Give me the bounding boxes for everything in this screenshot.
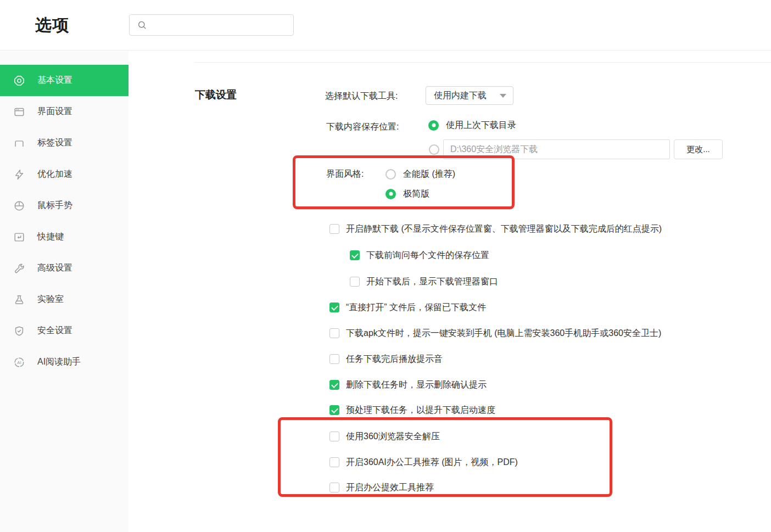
checkbox-delete-confirm[interactable]: 删除下载任务时，显示删除确认提示	[329, 379, 487, 391]
lightning-icon	[13, 169, 25, 181]
sidebar-item-optimize[interactable]: 优化加速	[0, 159, 128, 190]
sidebar-item-label: 优化加速	[37, 169, 72, 180]
checkbox-silent-download[interactable]: 开启静默下载 (不显示文件保存位置窗、下载管理器窗以及下载完成后的红点提示)	[329, 223, 662, 235]
sidebar-item-lab[interactable]: 实验室	[0, 284, 128, 315]
search-box[interactable]	[129, 14, 294, 36]
sidebar-item-shortcuts[interactable]: 快捷键	[0, 221, 128, 253]
page-title: 选项	[35, 14, 69, 37]
sidebar-item-security[interactable]: 安全设置	[0, 315, 128, 346]
checkbox-label: 开启360AI办公工具推荐 (图片，视频，PDF)	[346, 456, 518, 468]
checkbox-label: “直接打开” 文件后，保留已下载文件	[346, 301, 486, 313]
flask-icon	[13, 294, 25, 306]
checkbox-label: 开始下载后，显示下载管理器窗口	[366, 276, 498, 288]
save-location-label: 下载内容保存位置:	[326, 121, 399, 133]
chevron-down-icon	[500, 94, 506, 98]
radio-option-minimal-version[interactable]: 极简版	[386, 188, 429, 200]
window-icon	[13, 106, 25, 118]
radio-label: 全能版 (推荐)	[403, 168, 455, 180]
checkbox-label: 预处理下载任务，以提升下载启动速度	[346, 404, 495, 416]
checkbox-keep-opened-files[interactable]: “直接打开” 文件后，保留已下载文件	[329, 301, 486, 313]
tab-icon	[13, 137, 25, 149]
checkbox[interactable]	[329, 303, 339, 312]
checkbox-label: 下载apk文件时，提示一键安装到手机 (电脑上需安装360手机助手或360安全卫…	[346, 327, 661, 339]
sidebar-item-ai-reader[interactable]: AI AI阅读助手	[0, 346, 128, 378]
sidebar-item-ui-settings[interactable]: 界面设置	[0, 96, 128, 127]
sidebar-item-label: 基本设置	[37, 75, 72, 86]
checkbox-label: 开启办公提效工具推荐	[346, 481, 434, 494]
sidebar-item-label: 界面设置	[37, 106, 72, 117]
radio-button[interactable]	[429, 144, 439, 155]
ui-style-label: 界面风格:	[326, 168, 364, 180]
checkbox[interactable]	[329, 354, 339, 364]
checkbox[interactable]	[350, 250, 360, 260]
svg-text:AI: AI	[17, 360, 21, 365]
radio-option-full-version[interactable]: 全能版 (推荐)	[386, 168, 455, 180]
sidebar-item-mouse-gesture[interactable]: 鼠标手势	[0, 190, 128, 221]
change-path-button[interactable]: 更改...	[674, 139, 723, 159]
ai-icon: AI	[13, 356, 25, 368]
default-tool-label: 选择默认下载工具:	[325, 90, 398, 102]
radio-button[interactable]	[386, 189, 396, 199]
sidebar-item-advanced[interactable]: 高级设置	[0, 253, 128, 284]
mouse-icon	[13, 200, 25, 212]
section-title-download-settings: 下载设置	[195, 88, 237, 102]
sidebar-item-label: 快捷键	[37, 231, 64, 243]
checkbox-safe-unzip[interactable]: 使用360浏览器安全解压	[329, 430, 440, 443]
radio-option-last-dir[interactable]: 使用上次下载目录	[428, 119, 516, 131]
default-tool-dropdown[interactable]: 使用内建下载	[426, 86, 513, 105]
checkbox-label: 使用360浏览器安全解压	[346, 430, 440, 443]
checkbox[interactable]	[329, 380, 339, 390]
sidebar-item-basic-settings[interactable]: 基本设置	[0, 65, 128, 96]
checkbox-ask-save-location[interactable]: 下载前询问每个文件的保存位置	[350, 249, 489, 261]
radio-button[interactable]	[428, 120, 439, 131]
header: 选项	[0, 0, 771, 51]
dropdown-selected-value: 使用内建下载	[434, 90, 500, 102]
checkbox-show-manager-after-start[interactable]: 开始下载后，显示下载管理器窗口	[350, 276, 498, 288]
sidebar-item-label: 高级设置	[37, 262, 72, 274]
wrench-icon	[13, 262, 25, 275]
shield-icon	[13, 325, 25, 337]
checkbox-label: 任务下载完后播放提示音	[346, 353, 443, 365]
radio-label: 极简版	[403, 188, 429, 200]
checkbox[interactable]	[329, 328, 339, 338]
checkbox-preprocess-tasks[interactable]: 预处理下载任务，以提升下载启动速度	[329, 404, 495, 416]
annotation-box-ui-style	[293, 155, 515, 209]
options-page: 选项 基本设置 界面设置 标签设置	[0, 0, 771, 532]
checkbox-apk-install-prompt[interactable]: 下载apk文件时，提示一键安装到手机 (电脑上需安装360手机助手或360安全卫…	[329, 327, 661, 339]
checkbox[interactable]	[329, 432, 339, 441]
radio-label: 使用上次下载目录	[446, 119, 516, 131]
checkbox[interactable]	[329, 457, 339, 467]
sidebar-item-label: AI阅读助手	[37, 356, 81, 368]
sidebar-item-label: 实验室	[37, 294, 64, 305]
checkbox[interactable]	[329, 405, 339, 415]
checkbox-ai-office-tools[interactable]: 开启360AI办公工具推荐 (图片，视频，PDF)	[329, 456, 518, 468]
content-divider	[194, 62, 771, 63]
sidebar-item-label: 安全设置	[37, 325, 72, 337]
checkbox[interactable]	[329, 483, 339, 492]
settings-icon	[13, 75, 25, 87]
sidebar-item-tab-settings[interactable]: 标签设置	[0, 127, 128, 159]
checkbox-label: 删除下载任务时，显示删除确认提示	[346, 379, 487, 391]
checkbox[interactable]	[329, 224, 339, 234]
search-input[interactable]	[148, 15, 293, 35]
radio-option-custom-dir: 更改...	[429, 139, 723, 159]
checkbox-label: 开启静默下载 (不显示文件保存位置窗、下载管理器窗以及下载完成后的红点提示)	[346, 223, 662, 235]
checkbox-play-sound[interactable]: 任务下载完后播放提示音	[329, 353, 443, 365]
search-icon	[137, 20, 148, 31]
sidebar-item-label: 标签设置	[37, 137, 72, 149]
sidebar: 基本设置 界面设置 标签设置 优化加速 鼠标手势	[0, 51, 128, 532]
sidebar-item-label: 鼠标手势	[37, 200, 72, 211]
download-path-input[interactable]	[443, 139, 670, 159]
radio-button[interactable]	[386, 169, 396, 180]
keyboard-icon	[13, 231, 25, 243]
checkbox-label: 下载前询问每个文件的保存位置	[366, 249, 489, 261]
checkbox[interactable]	[350, 277, 360, 287]
checkbox-office-efficiency-tools[interactable]: 开启办公提效工具推荐	[329, 481, 434, 494]
